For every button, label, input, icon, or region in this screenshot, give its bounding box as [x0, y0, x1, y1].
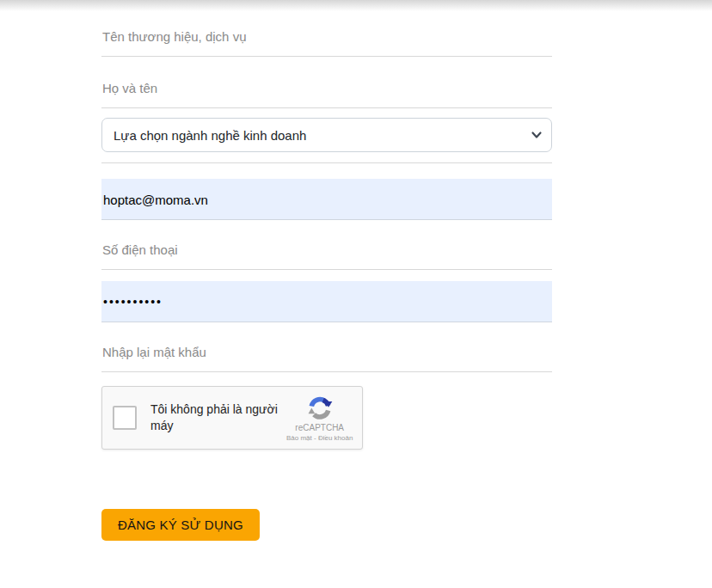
- field-underline: [101, 162, 552, 163]
- signup-form: Lựa chọn ngành nghề kinh doanh Tôi không…: [101, 0, 552, 541]
- industry-select-wrap: Lựa chọn ngành nghề kinh doanh: [101, 118, 552, 152]
- recaptcha-privacy-terms-links[interactable]: Bảo mật - Điều khoản: [286, 434, 353, 442]
- signup-page: Lựa chọn ngành nghề kinh doanh Tôi không…: [0, 0, 712, 588]
- register-button[interactable]: ĐĂNG KÝ SỬ DỤNG: [101, 509, 260, 541]
- industry-select[interactable]: Lựa chọn ngành nghề kinh doanh: [101, 118, 552, 152]
- recaptcha-logo-text: reCAPTCHA: [295, 423, 344, 432]
- recaptcha-logo-icon: [307, 395, 333, 421]
- email-input[interactable]: [101, 179, 552, 220]
- recaptcha-checkbox[interactable]: [113, 406, 137, 430]
- password-confirm-input[interactable]: [101, 345, 552, 372]
- recaptcha-widget: Tôi không phải là người máy reCAPTCHA Bả…: [101, 386, 363, 450]
- password-input[interactable]: [101, 281, 552, 322]
- brand-name-input[interactable]: [101, 29, 552, 57]
- phone-input[interactable]: [101, 242, 552, 270]
- full-name-input[interactable]: [101, 81, 552, 108]
- recaptcha-branding: reCAPTCHA Bảo mật - Điều khoản: [284, 394, 355, 442]
- recaptcha-checkbox-label: Tôi không phải là người máy: [150, 401, 284, 434]
